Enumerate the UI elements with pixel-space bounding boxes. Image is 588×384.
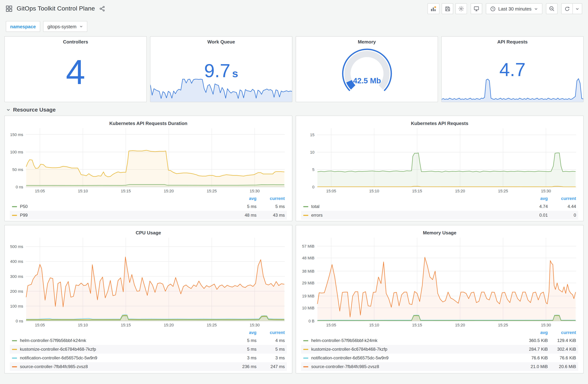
variables-row: namespace gitops-system: [0, 17, 588, 36]
stat-row: Controllers 4 Work Queue 9.7s Memory 42.…: [0, 36, 588, 102]
save-dashboard-button[interactable]: [442, 3, 453, 14]
svg-text:15:05: 15:05: [35, 323, 45, 327]
legend-series-color: [12, 206, 17, 207]
legend-series-name[interactable]: helm-controller-57f9b56bbf-k24mk: [20, 338, 228, 343]
legend-series-name[interactable]: notification-controller-6d56575dc-5w9n9: [311, 355, 520, 361]
add-panel-button[interactable]: [427, 3, 440, 14]
chart-panel-cpu-usage: CPU Usage 15:0515:1015:1515:2015:2515:30…: [4, 225, 292, 373]
stat-panel-work-queue: Work Queue 9.7s: [150, 36, 292, 102]
svg-text:200 ms: 200 ms: [10, 289, 23, 294]
legend-series-name[interactable]: source-controller-7fb84fc985-zvsz8: [20, 364, 228, 369]
svg-text:0 ns: 0 ns: [16, 185, 23, 189]
svg-text:15:25: 15:25: [207, 189, 217, 193]
panel-title[interactable]: Kubernetes API Requests: [300, 118, 580, 126]
timeseries-plot[interactable]: 15:0515:1015:1515:2015:2515:300 ns100 ms…: [8, 235, 288, 328]
legend-column-current[interactable]: current: [548, 196, 576, 201]
legend-avg-value: 5 ms: [228, 347, 256, 352]
stat-unit: s: [232, 67, 238, 80]
memory-gauge[interactable]: 42.5 Mb: [296, 45, 438, 96]
chevron-down-icon: [79, 25, 83, 28]
legend-avg-value: 5 ms: [228, 338, 256, 343]
page-title[interactable]: GitOps Toolkit Control Plane: [17, 5, 95, 12]
time-range-picker[interactable]: Last 30 minutes: [486, 3, 542, 14]
variable-value-dropdown[interactable]: gitops-system: [43, 21, 87, 32]
legend-row: errors0.010: [301, 211, 578, 219]
legend-series-color: [303, 215, 308, 216]
svg-text:15:10: 15:10: [369, 189, 379, 193]
legend-current-value: 302.4 KiB: [548, 347, 576, 352]
panel-title[interactable]: Kubernetes API Requests Duration: [8, 118, 288, 126]
panel-title[interactable]: Memory: [296, 37, 438, 44]
legend-row: kustomize-controller-6c6784b468-7kzfp5 m…: [10, 345, 287, 354]
dashboard-grid-icon[interactable]: [6, 5, 12, 12]
svg-text:15:15: 15:15: [121, 323, 131, 327]
add-panel-icon: [430, 6, 437, 12]
legend-series-name[interactable]: kustomize-controller-6c6784b468-7kzfp: [311, 347, 520, 352]
legend-header: avgcurrent: [10, 195, 287, 202]
svg-text:15:15: 15:15: [121, 189, 131, 193]
legend-column-avg[interactable]: avg: [520, 330, 548, 335]
legend-column-current[interactable]: current: [256, 196, 285, 201]
panel-title[interactable]: Memory Usage: [300, 228, 580, 235]
row-header-resource-usage[interactable]: Resource Usage: [0, 102, 588, 116]
legend-column-avg[interactable]: avg: [228, 196, 256, 201]
monitor-icon: [474, 6, 479, 12]
save-icon: [445, 6, 450, 11]
refresh-icon: [564, 6, 570, 11]
refresh-button[interactable]: [561, 3, 573, 14]
timeseries-plot[interactable]: 15:0515:1015:1515:2015:2515:300 B10 MiB1…: [300, 235, 580, 328]
legend-series-color: [12, 357, 17, 359]
timeseries-plot[interactable]: 15:0515:1015:1515:2015:2515:300 ns50 ms1…: [8, 126, 288, 194]
svg-text:15:25: 15:25: [207, 323, 217, 327]
chevron-down-icon: [575, 7, 579, 11]
legend-current-value: 5 ms: [256, 204, 285, 209]
svg-text:15:20: 15:20: [455, 189, 465, 193]
tv-mode-button[interactable]: [471, 3, 482, 14]
gauge-value: 42.5 Mb: [353, 76, 381, 85]
legend-avg-value: 4.74: [520, 204, 548, 209]
legend-column-current[interactable]: current: [256, 330, 285, 335]
legend-column-avg[interactable]: avg: [228, 330, 256, 335]
svg-text:15:05: 15:05: [35, 189, 45, 193]
refresh-interval-dropdown[interactable]: [573, 3, 582, 14]
share-icon[interactable]: [99, 6, 105, 12]
legend-current-value: 4.44: [548, 204, 576, 209]
legend-avg-value: 5 ms: [228, 204, 256, 209]
panel-title[interactable]: CPU Usage: [8, 228, 288, 235]
chevron-down-icon: [534, 7, 538, 11]
legend-series-name[interactable]: notification-controller-6d56575dc-5w9n9: [20, 355, 228, 361]
svg-text:15:05: 15:05: [326, 323, 336, 327]
legend-column-avg[interactable]: avg: [520, 196, 548, 201]
dashboard-settings-button[interactable]: [455, 3, 467, 14]
chart-legend: avgcurrenthelm-controller-57f9b56bbf-k24…: [8, 329, 288, 371]
svg-text:15:20: 15:20: [455, 323, 465, 327]
legend-series-name[interactable]: P50: [20, 204, 228, 209]
legend-series-name[interactable]: helm-controller-57f9b56bbf-k24mk: [311, 338, 520, 343]
panel-title[interactable]: API Requests: [442, 37, 583, 44]
legend-series-name[interactable]: total: [311, 204, 520, 209]
legend-header: avgcurrent: [301, 195, 578, 202]
legend-row: notification-controller-6d56575dc-5w9n93…: [10, 354, 287, 362]
svg-text:15:05: 15:05: [326, 189, 336, 193]
api-requests-sparkline[interactable]: [442, 78, 583, 102]
legend-series-color: [303, 340, 308, 341]
zoom-out-button[interactable]: [546, 3, 558, 14]
legend-series-name[interactable]: source-controller-7fb84fc985-zvsz8: [311, 364, 520, 369]
timeseries-plot[interactable]: 15:0515:1015:1515:2015:2515:30051015: [300, 126, 580, 194]
stat-value: 4.7: [442, 60, 583, 79]
legend-series-name[interactable]: P99: [20, 213, 228, 218]
legend-series-name[interactable]: kustomize-controller-6c6784b468-7kzfp: [20, 347, 228, 352]
svg-text:19 MiB: 19 MiB: [302, 294, 315, 298]
svg-text:0 B: 0 B: [309, 319, 315, 323]
legend-column-current[interactable]: current: [548, 330, 576, 335]
legend-avg-value: 284.7 KiB: [520, 347, 548, 352]
svg-text:300 ms: 300 ms: [10, 274, 23, 279]
timeseries-svg: 15:0515:1015:1515:2015:2515:30051015: [300, 126, 580, 194]
panel-title[interactable]: Work Queue: [150, 37, 292, 44]
legend-series-name[interactable]: errors: [311, 213, 520, 218]
svg-text:15:25: 15:25: [498, 323, 508, 327]
legend-row: source-controller-7fb84fc985-zvsz8236 ms…: [10, 362, 287, 371]
panel-title[interactable]: Controllers: [5, 37, 146, 44]
svg-text:15:30: 15:30: [250, 189, 260, 193]
legend-current-value: 43 ms: [256, 213, 285, 218]
